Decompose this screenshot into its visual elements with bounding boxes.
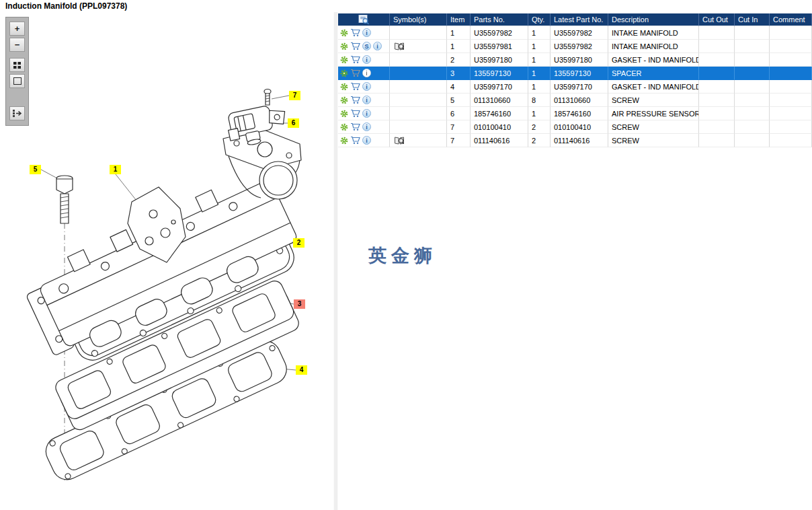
config-gear-icon[interactable] [340,137,348,145]
row-actions: S i [338,40,390,53]
table-row[interactable]: i 2 U35997180 1 U35997180 GASKET - IND M… [338,53,812,67]
info-icon[interactable]: i [373,42,382,50]
description-cell: SCREW [608,120,699,134]
info-icon[interactable]: i [362,109,371,118]
description-cell: GASKET - IND MANIFOLD [608,53,699,67]
table-row[interactable]: i 1 U35597982 1 U35597982 INTAKE MANIFOL… [338,26,812,40]
table-row[interactable]: i 7 010100410 2 010100410 SCREW [338,120,812,134]
latest-part-no-cell: 010100410 [551,120,608,134]
table-row[interactable]: i 5 011310660 8 011310660 SCREW [338,94,812,107]
toggle-list-panel-button[interactable] [9,106,25,120]
info-icon[interactable]: i [362,136,371,145]
latest-part-no-cell: 185746160 [551,107,608,120]
comment-cell [770,40,812,53]
row-actions: i [338,67,390,80]
callout-3-highlighted[interactable]: 3 [294,299,305,309]
parts-no-cell[interactable]: U35597982 [471,26,528,40]
col-cut-out[interactable]: Cut Out [699,13,735,26]
catalog-book-magnifier-icon[interactable] [394,42,405,51]
cut-out-cell [699,67,735,80]
add-to-cart-icon[interactable] [350,136,360,145]
cut-out-cell [699,134,735,147]
zoom-out-button[interactable]: − [9,38,25,52]
add-to-cart-icon[interactable] [350,109,360,118]
col-item[interactable]: Item [447,13,471,26]
parts-no-cell[interactable]: 185746160 [471,107,528,120]
info-icon[interactable]: i [362,69,371,77]
table-row[interactable]: i 4 U35997170 1 U35997170 GASKET - IND M… [338,80,812,94]
add-to-cart-icon[interactable] [350,122,360,131]
table-row[interactable]: i 6 185746160 1 185746160 AIR PRESSURE S… [338,107,812,120]
config-gear-icon[interactable] [340,123,348,131]
exploded-diagram-canvas[interactable] [0,0,334,510]
parts-no-cell[interactable]: 011310660 [471,94,528,107]
latest-part-no-cell: U35997180 [551,53,608,67]
qty-cell: 2 [528,120,551,134]
table-row[interactable]: i 7 011140616 2 011140616 SCREW [338,134,812,147]
parts-no-cell[interactable]: 010100410 [471,120,528,134]
callout-2[interactable]: 2 [293,238,304,248]
config-gear-icon[interactable] [340,69,348,77]
table-row[interactable]: S i 1 U35597981 1 U35597982 INTAKE MANIF… [338,40,812,53]
item-cell: 4 [447,80,471,94]
latest-part-no-cell: 011140616 [551,134,608,147]
parts-no-cell[interactable]: 135597130 [471,67,528,80]
description-cell: SPACER [608,67,699,80]
qty-cell: 1 [528,40,551,53]
config-gear-icon[interactable] [340,83,348,91]
col-comment[interactable]: Comment [770,13,812,26]
info-icon[interactable]: i [362,55,371,64]
col-symbols[interactable]: Symbol(s) [390,13,447,26]
callout-7[interactable]: 7 [289,91,300,100]
callout-5[interactable]: 5 [30,165,41,174]
table-row-selected[interactable]: i 3 135597130 1 135597130 SPACER [338,67,812,80]
add-to-cart-icon[interactable] [350,55,360,64]
col-desc[interactable]: Description [608,13,699,26]
parts-no-cell[interactable]: U35597981 [471,40,528,53]
add-to-cart-icon[interactable] [350,82,360,91]
col-qty[interactable]: Qty. [528,13,551,26]
config-gear-icon[interactable] [340,96,348,104]
tile-view-button[interactable] [9,58,25,72]
supersession-icon[interactable]: S [362,42,371,50]
latest-part-no-cell: U35997170 [551,80,608,94]
symbol-cell [390,120,447,134]
callout-4[interactable]: 4 [296,365,307,375]
catalog-book-magnifier-icon[interactable] [394,136,405,145]
add-to-cart-icon[interactable] [350,69,360,77]
panel-splitter[interactable] [333,12,338,510]
callout-6[interactable]: 6 [288,118,299,128]
latest-part-no-cell: U35597982 [551,40,608,53]
image-search-icon [358,14,370,25]
zoom-in-button[interactable]: + [9,22,25,36]
header-image-search[interactable] [338,13,390,26]
row-actions: i [338,107,390,120]
config-gear-icon[interactable] [340,56,348,64]
add-to-cart-icon[interactable] [350,42,360,50]
info-icon[interactable]: i [362,82,371,91]
item-cell: 1 [447,26,471,40]
col-parts-no[interactable]: Parts No. [471,13,528,26]
qty-cell: 1 [528,26,551,40]
col-cut-in[interactable]: Cut In [735,13,770,26]
parts-no-cell[interactable]: 011140616 [471,134,528,147]
add-to-cart-icon[interactable] [350,28,360,37]
info-icon[interactable]: i [362,122,371,131]
col-latest[interactable]: Latest Part No. [551,13,608,26]
comment-cell [770,53,812,67]
row-actions: i [338,26,390,40]
config-gear-icon[interactable] [340,29,348,37]
callout-1[interactable]: 1 [110,165,121,174]
symbol-cell [390,94,447,107]
parts-no-cell[interactable]: U35997170 [471,80,528,94]
single-view-button[interactable] [9,74,25,88]
config-gear-icon[interactable] [340,42,348,50]
description-cell: SCREW [608,134,699,147]
config-gear-icon[interactable] [340,110,348,118]
info-icon[interactable]: i [362,96,371,104]
info-icon[interactable]: i [362,28,371,37]
tile-view-icon [13,62,21,69]
qty-cell: 1 [528,80,551,94]
parts-no-cell[interactable]: U35997180 [471,53,528,67]
add-to-cart-icon[interactable] [350,96,360,104]
